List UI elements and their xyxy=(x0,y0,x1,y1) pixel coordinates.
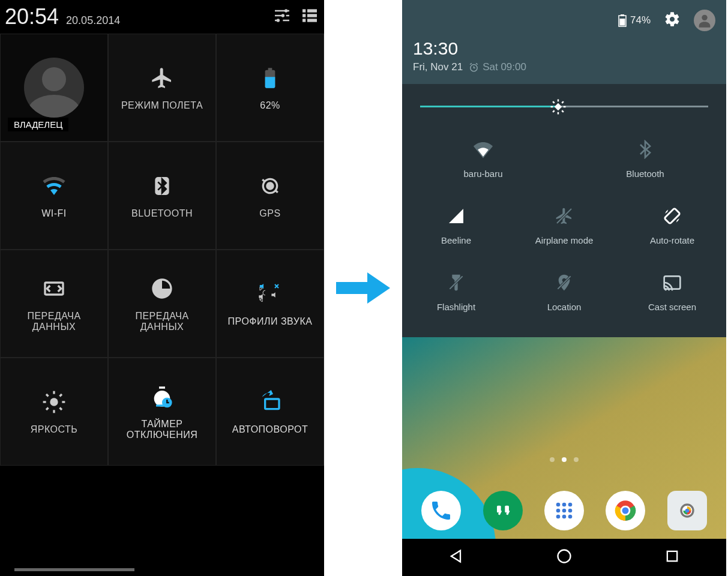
gps-icon xyxy=(256,172,284,200)
dock-camera-icon[interactable] xyxy=(667,491,707,530)
qs-tile-rotate[interactable]: Auto-rotate xyxy=(618,192,726,259)
svg-point-47 xyxy=(562,515,567,519)
cast-icon xyxy=(661,272,683,293)
tile-data-1[interactable]: ПЕРЕДАЧА ДАННЫХ xyxy=(0,250,108,358)
qs-tile-bluetooth[interactable]: Bluetooth xyxy=(564,125,726,192)
page-indicator xyxy=(402,457,726,462)
tile-battery[interactable]: 62% xyxy=(216,34,324,142)
svg-point-11 xyxy=(50,398,58,406)
tile-timer[interactable]: ТАЙМЕР ОТКЛЮЧЕНИЯ xyxy=(108,358,216,466)
svg-point-41 xyxy=(562,503,567,507)
location-icon xyxy=(553,272,575,293)
svg-point-51 xyxy=(622,508,629,514)
svg-rect-24 xyxy=(621,14,624,16)
svg-point-42 xyxy=(568,503,573,507)
qs-tile-cast[interactable]: Cast screen xyxy=(618,259,726,325)
signal-icon xyxy=(445,205,467,227)
alarm-indicator: Sat 09:00 xyxy=(469,61,526,73)
date-left: 20.05.2014 xyxy=(66,14,120,27)
owner-label: ВЛАДЕЛЕЦ xyxy=(8,118,68,131)
svg-rect-4 xyxy=(307,9,317,12)
tile-data-2[interactable]: ПЕРЕДАЧА ДАННЫХ xyxy=(108,250,216,358)
wifi-icon xyxy=(40,172,68,200)
brightness-thumb-icon[interactable] xyxy=(549,97,568,116)
svg-point-54 xyxy=(685,509,689,513)
list-icon[interactable] xyxy=(300,6,319,28)
wifi-icon xyxy=(472,139,494,160)
tile-brightness[interactable]: ЯРКОСТЬ xyxy=(0,358,108,466)
scrollbar[interactable] xyxy=(14,568,134,571)
svg-line-18 xyxy=(46,408,49,410)
nav-recents-icon[interactable] xyxy=(664,548,681,567)
svg-line-17 xyxy=(60,408,62,410)
svg-point-0 xyxy=(277,19,280,22)
clock-icon xyxy=(148,275,176,302)
svg-line-28 xyxy=(470,63,472,64)
tile-bluetooth[interactable]: BLUETOOTH xyxy=(108,142,216,250)
bluetooth-icon xyxy=(148,172,176,200)
dock xyxy=(402,491,726,530)
svg-rect-21 xyxy=(156,404,168,406)
nav-home-icon[interactable] xyxy=(556,548,573,567)
sound-icon xyxy=(256,280,284,308)
date-right: Fri, Nov 21 xyxy=(413,61,463,73)
qs-tile-flashlight[interactable]: Flashlight xyxy=(402,259,510,325)
svg-rect-3 xyxy=(302,9,305,12)
status-bar-left: 20:54 20.05.2014 xyxy=(0,0,324,34)
svg-point-2 xyxy=(284,9,287,12)
battery-icon xyxy=(256,64,284,92)
user-avatar-icon[interactable] xyxy=(694,10,715,31)
timer-icon xyxy=(148,383,176,410)
dock-hangouts-icon[interactable] xyxy=(483,491,523,530)
nav-bar xyxy=(402,539,726,576)
svg-point-48 xyxy=(568,515,573,519)
bluetooth-icon xyxy=(634,139,656,160)
svg-point-55 xyxy=(558,550,571,563)
transition-arrow xyxy=(324,0,402,576)
quick-tiles-left: ВЛАДЕЛЕЦ РЕЖИМ ПОЛЕТА 62% WI-FI BLUETOOT… xyxy=(0,34,324,466)
phone-new: 74% 13:30 Fri, Nov 21 Sat 09:00 xyxy=(402,0,726,576)
nav-back-icon[interactable] xyxy=(448,548,465,567)
svg-point-43 xyxy=(556,509,561,513)
tile-gps[interactable]: GPS xyxy=(216,142,324,250)
svg-point-46 xyxy=(556,515,561,519)
brightness-icon xyxy=(40,388,68,416)
tile-sound[interactable]: ПРОФИЛИ ЗВУКА xyxy=(216,250,324,358)
settings-icon[interactable] xyxy=(664,11,681,30)
svg-rect-6 xyxy=(307,14,317,17)
phone-old: 20:54 20.05.2014 ВЛАДЕЛЕЦ РЕЖИМ ПОЛЕТА 6… xyxy=(0,0,324,576)
tile-rotate[interactable]: АВТОПОВОРОТ xyxy=(216,358,324,466)
rotate-icon xyxy=(661,205,683,227)
svg-rect-8 xyxy=(307,19,317,22)
qs-header: 74% 13:30 Fri, Nov 21 Sat 09:00 xyxy=(402,0,726,84)
qs-panel: baru-baru Bluetooth Beeline Airplane mod… xyxy=(402,84,726,337)
dock-phone-icon[interactable] xyxy=(421,491,461,530)
svg-line-19 xyxy=(60,394,62,397)
svg-point-26 xyxy=(702,15,707,20)
airplane-icon xyxy=(148,64,176,92)
brightness-slider[interactable] xyxy=(402,100,726,125)
dock-apps-icon[interactable] xyxy=(544,491,584,530)
time-right: 13:30 xyxy=(413,38,715,59)
qs-tile-location[interactable]: Location xyxy=(510,259,618,325)
time-left: 20:54 xyxy=(5,4,59,29)
avatar-icon xyxy=(24,58,84,118)
qs-tile-airplane[interactable]: Airplane mode xyxy=(510,192,618,259)
airplane-icon xyxy=(553,205,575,227)
flashlight-icon xyxy=(445,272,467,293)
svg-point-40 xyxy=(556,503,561,507)
svg-rect-32 xyxy=(664,208,680,224)
battery-indicator: 74% xyxy=(618,14,651,27)
qs-tile-cell[interactable]: Beeline xyxy=(402,192,510,259)
dock-chrome-icon[interactable] xyxy=(606,491,645,530)
qs-tile-wifi[interactable]: baru-baru xyxy=(402,125,564,192)
tile-owner[interactable]: ВЛАДЕЛЕЦ xyxy=(0,34,108,142)
svg-rect-56 xyxy=(667,551,677,561)
tile-wifi[interactable]: WI-FI xyxy=(0,142,108,250)
svg-rect-5 xyxy=(302,14,305,17)
tile-airplane[interactable]: РЕЖИМ ПОЛЕТА xyxy=(108,34,216,142)
svg-point-45 xyxy=(568,509,573,513)
equalizer-icon[interactable] xyxy=(272,6,292,28)
svg-rect-25 xyxy=(619,19,625,26)
svg-line-29 xyxy=(476,63,478,64)
